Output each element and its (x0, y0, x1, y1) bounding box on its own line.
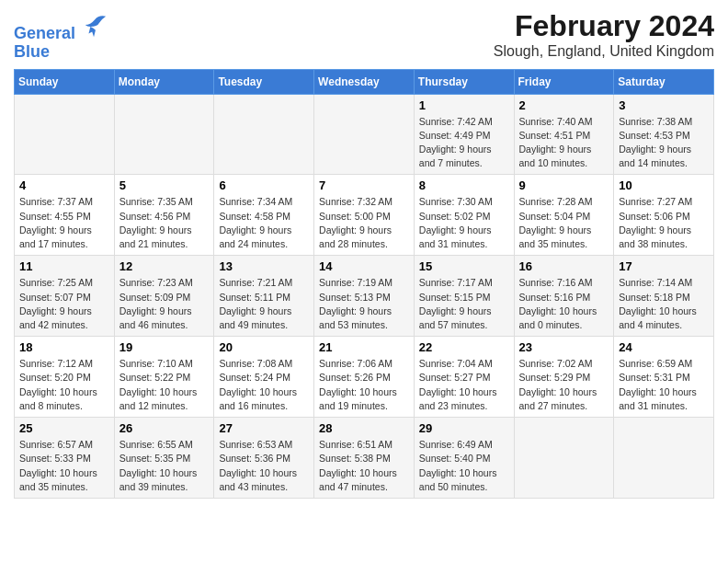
calendar-table: SundayMondayTuesdayWednesdayThursdayFrid… (14, 69, 714, 499)
day-info: Sunrise: 7:16 AM Sunset: 5:16 PM Dayligh… (519, 276, 609, 332)
calendar-cell: 3Sunrise: 7:38 AM Sunset: 4:53 PM Daylig… (614, 94, 714, 175)
calendar-cell: 25Sunrise: 6:57 AM Sunset: 5:33 PM Dayli… (15, 418, 115, 499)
calendar-week-row: 11Sunrise: 7:25 AM Sunset: 5:07 PM Dayli… (15, 256, 714, 337)
day-number: 17 (619, 259, 709, 273)
day-info: Sunrise: 7:34 AM Sunset: 4:58 PM Dayligh… (219, 195, 309, 251)
day-info: Sunrise: 7:14 AM Sunset: 5:18 PM Dayligh… (619, 276, 709, 332)
day-number: 21 (319, 340, 409, 354)
day-info: Sunrise: 7:12 AM Sunset: 5:20 PM Dayligh… (19, 357, 109, 413)
day-number: 27 (219, 421, 309, 435)
calendar-cell: 29Sunrise: 6:49 AM Sunset: 5:40 PM Dayli… (414, 418, 514, 499)
title-block: February 2024 Slough, England, United Ki… (494, 9, 714, 60)
calendar-cell: 8Sunrise: 7:30 AM Sunset: 5:02 PM Daylig… (414, 175, 514, 256)
day-info: Sunrise: 7:28 AM Sunset: 5:04 PM Dayligh… (519, 195, 609, 251)
calendar-cell: 24Sunrise: 6:59 AM Sunset: 5:31 PM Dayli… (614, 337, 714, 418)
day-number: 29 (419, 421, 509, 435)
calendar-cell: 4Sunrise: 7:37 AM Sunset: 4:55 PM Daylig… (15, 175, 115, 256)
calendar-cell: 9Sunrise: 7:28 AM Sunset: 5:04 PM Daylig… (514, 175, 614, 256)
day-number: 7 (319, 178, 409, 192)
day-info: Sunrise: 6:53 AM Sunset: 5:36 PM Dayligh… (219, 438, 309, 494)
day-number: 23 (519, 340, 609, 354)
day-header-thursday: Thursday (414, 69, 514, 94)
day-number: 18 (19, 340, 109, 354)
day-info: Sunrise: 7:30 AM Sunset: 5:02 PM Dayligh… (419, 195, 509, 251)
calendar-cell: 5Sunrise: 7:35 AM Sunset: 4:56 PM Daylig… (114, 175, 214, 256)
day-header-friday: Friday (514, 69, 614, 94)
logo-blue: Blue (14, 43, 108, 62)
day-number: 24 (619, 340, 709, 354)
calendar-cell (514, 418, 614, 499)
day-number: 2 (519, 98, 609, 112)
day-number: 10 (619, 178, 709, 192)
day-number: 28 (319, 421, 409, 435)
location-title: Slough, England, United Kingdom (494, 43, 714, 60)
calendar-cell: 16Sunrise: 7:16 AM Sunset: 5:16 PM Dayli… (514, 256, 614, 337)
calendar-cell: 27Sunrise: 6:53 AM Sunset: 5:36 PM Dayli… (214, 418, 314, 499)
calendar-week-row: 4Sunrise: 7:37 AM Sunset: 4:55 PM Daylig… (15, 175, 714, 256)
day-info: Sunrise: 7:10 AM Sunset: 5:22 PM Dayligh… (119, 357, 210, 413)
calendar-cell: 20Sunrise: 7:08 AM Sunset: 5:24 PM Dayli… (214, 337, 314, 418)
day-number: 6 (219, 178, 309, 192)
month-title: February 2024 (494, 9, 714, 43)
logo-bird-icon (82, 13, 108, 39)
calendar-cell: 26Sunrise: 6:55 AM Sunset: 5:35 PM Dayli… (114, 418, 214, 499)
day-info: Sunrise: 7:35 AM Sunset: 4:56 PM Dayligh… (119, 195, 210, 251)
day-number: 15 (419, 259, 509, 273)
calendar-cell: 19Sunrise: 7:10 AM Sunset: 5:22 PM Dayli… (114, 337, 214, 418)
day-info: Sunrise: 6:51 AM Sunset: 5:38 PM Dayligh… (319, 438, 409, 494)
day-number: 8 (419, 178, 509, 192)
calendar-cell: 14Sunrise: 7:19 AM Sunset: 5:13 PM Dayli… (314, 256, 415, 337)
day-info: Sunrise: 7:19 AM Sunset: 5:13 PM Dayligh… (319, 276, 409, 332)
calendar-cell: 23Sunrise: 7:02 AM Sunset: 5:29 PM Dayli… (514, 337, 614, 418)
calendar-cell: 7Sunrise: 7:32 AM Sunset: 5:00 PM Daylig… (314, 175, 415, 256)
calendar-cell: 1Sunrise: 7:42 AM Sunset: 4:49 PM Daylig… (414, 94, 514, 175)
day-number: 4 (19, 178, 109, 192)
calendar-cell: 6Sunrise: 7:34 AM Sunset: 4:58 PM Daylig… (214, 175, 314, 256)
day-header-sunday: Sunday (15, 69, 115, 94)
calendar-cell (314, 94, 415, 175)
day-header-saturday: Saturday (614, 69, 714, 94)
calendar-cell: 2Sunrise: 7:40 AM Sunset: 4:51 PM Daylig… (514, 94, 614, 175)
day-header-tuesday: Tuesday (214, 69, 314, 94)
day-number: 14 (319, 259, 409, 273)
calendar-cell (614, 418, 714, 499)
day-info: Sunrise: 6:49 AM Sunset: 5:40 PM Dayligh… (419, 438, 509, 494)
calendar-cell: 22Sunrise: 7:04 AM Sunset: 5:27 PM Dayli… (414, 337, 514, 418)
day-header-wednesday: Wednesday (314, 69, 415, 94)
day-info: Sunrise: 7:17 AM Sunset: 5:15 PM Dayligh… (419, 276, 509, 332)
day-info: Sunrise: 7:25 AM Sunset: 5:07 PM Dayligh… (19, 276, 109, 332)
logo: General Blue (14, 13, 108, 62)
calendar-cell: 28Sunrise: 6:51 AM Sunset: 5:38 PM Dayli… (314, 418, 415, 499)
calendar-cell (214, 94, 314, 175)
day-number: 3 (619, 98, 709, 112)
calendar-cell: 21Sunrise: 7:06 AM Sunset: 5:26 PM Dayli… (314, 337, 415, 418)
day-info: Sunrise: 7:02 AM Sunset: 5:29 PM Dayligh… (519, 357, 609, 413)
calendar-week-row: 25Sunrise: 6:57 AM Sunset: 5:33 PM Dayli… (15, 418, 714, 499)
day-info: Sunrise: 7:42 AM Sunset: 4:49 PM Dayligh… (419, 115, 509, 171)
day-number: 16 (519, 259, 609, 273)
calendar-cell: 11Sunrise: 7:25 AM Sunset: 5:07 PM Dayli… (15, 256, 115, 337)
calendar-cell: 10Sunrise: 7:27 AM Sunset: 5:06 PM Dayli… (614, 175, 714, 256)
day-info: Sunrise: 7:38 AM Sunset: 4:53 PM Dayligh… (619, 115, 709, 171)
day-number: 5 (119, 178, 210, 192)
day-number: 22 (419, 340, 509, 354)
day-info: Sunrise: 7:27 AM Sunset: 5:06 PM Dayligh… (619, 195, 709, 251)
calendar-cell: 12Sunrise: 7:23 AM Sunset: 5:09 PM Dayli… (114, 256, 214, 337)
day-number: 12 (119, 259, 210, 273)
calendar-header-row: SundayMondayTuesdayWednesdayThursdayFrid… (15, 69, 714, 94)
day-info: Sunrise: 7:21 AM Sunset: 5:11 PM Dayligh… (219, 276, 309, 332)
day-info: Sunrise: 7:23 AM Sunset: 5:09 PM Dayligh… (119, 276, 210, 332)
day-info: Sunrise: 7:08 AM Sunset: 5:24 PM Dayligh… (219, 357, 309, 413)
calendar-cell: 15Sunrise: 7:17 AM Sunset: 5:15 PM Dayli… (414, 256, 514, 337)
page-header: General Blue February 2024 Slough, Engla… (14, 9, 714, 62)
day-info: Sunrise: 7:40 AM Sunset: 4:51 PM Dayligh… (519, 115, 609, 171)
day-info: Sunrise: 7:32 AM Sunset: 5:00 PM Dayligh… (319, 195, 409, 251)
day-number: 26 (119, 421, 210, 435)
day-number: 13 (219, 259, 309, 273)
day-number: 11 (19, 259, 109, 273)
day-info: Sunrise: 7:37 AM Sunset: 4:55 PM Dayligh… (19, 195, 109, 251)
day-header-monday: Monday (114, 69, 214, 94)
calendar-week-row: 18Sunrise: 7:12 AM Sunset: 5:20 PM Dayli… (15, 337, 714, 418)
logo-text: General (14, 13, 108, 43)
day-number: 9 (519, 178, 609, 192)
